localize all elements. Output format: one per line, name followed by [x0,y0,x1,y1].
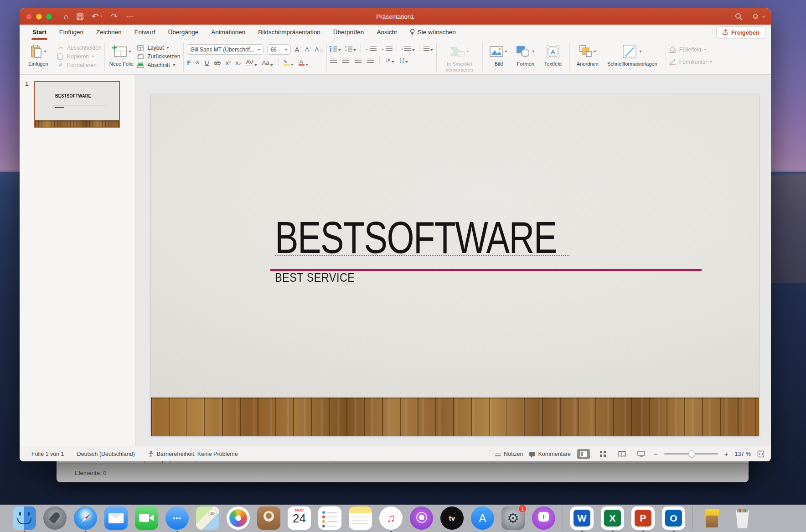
dock-apple-tv[interactable]: tv [440,506,464,530]
dock-excel[interactable]: X [601,506,624,530]
share-button[interactable]: Freigeben [716,26,765,38]
superscript-button[interactable]: x² [226,59,231,66]
picture-button[interactable]: Bild [486,42,512,67]
align-text-button[interactable]: [↕] [400,57,408,63]
dock-launchpad[interactable] [43,506,67,530]
tab-uebergaenge[interactable]: Übergänge [161,25,205,40]
dock-maps[interactable]: 3D [196,506,219,530]
textbox-button[interactable]: A Textfeld [540,42,566,67]
dock-facetime[interactable] [135,506,158,530]
columns-button[interactable] [424,46,433,51]
dock-messages[interactable]: ••• [165,506,189,530]
save-icon[interactable] [77,13,83,20]
more-commands-icon[interactable]: ⋯ [126,13,133,20]
line-spacing-button[interactable]: ↕ [401,46,415,51]
decrease-font-size-button[interactable]: Aˇ [305,46,311,53]
layout-button[interactable]: Layout [137,45,180,51]
dock-notes[interactable] [349,506,372,530]
zoom-out-button[interactable]: − [654,450,658,458]
dock-photos[interactable] [227,506,250,530]
dock-contacts[interactable] [257,506,280,530]
tab-einfuegen[interactable]: Einfügen [53,25,90,40]
dock-podcasts[interactable] [410,506,433,530]
zoom-in-button[interactable]: + [724,450,728,458]
arrange-button[interactable]: Anordnen [573,42,602,67]
reading-view-button[interactable] [615,449,628,459]
dock-app-store[interactable]: A [471,506,494,530]
cut-button[interactable]: ✂ Ausschneiden [57,45,101,51]
dock-calendar[interactable]: NOV 24 [288,506,311,530]
font-color-button[interactable]: A [299,60,308,66]
tab-bildschirmpraesentation[interactable]: Bildschirmpräsentation [252,25,327,40]
shape-outline-button[interactable]: Formkontur [669,58,713,65]
shapes-button[interactable]: Formen [512,42,540,67]
slide-thumbnail[interactable]: BESTSOFTWARE [34,81,120,128]
redo-button[interactable]: ↷ [111,12,118,21]
font-name-select[interactable]: Gill Sans MT (Überschrif... [187,44,264,55]
tab-zeichnen[interactable]: Zeichnen [90,25,128,40]
dock-trash[interactable] [731,506,754,530]
fit-to-window-button[interactable] [757,450,765,458]
zoom-level[interactable]: 137 % [735,451,751,457]
character-spacing-button[interactable]: AV [246,59,257,66]
change-case-button[interactable]: Aa [262,59,273,66]
close-button[interactable] [26,14,32,20]
reset-button[interactable]: Zurücksetzen [137,53,180,60]
dock-finder[interactable] [13,506,36,530]
shape-fill-button[interactable]: Fülleffekt [669,46,713,53]
new-slide-button[interactable]: Neue Folie [108,42,134,68]
comments-toggle[interactable]: Kommentare [529,451,571,457]
increase-font-size-button[interactable]: Aˆ [294,46,301,53]
align-center-button[interactable] [342,58,349,63]
normal-view-button[interactable] [577,449,590,459]
tab-ueberpruefen[interactable]: Überprüfen [327,25,371,40]
tab-ansicht[interactable]: Ansicht [370,25,403,40]
decrease-indent-button[interactable]: ← [365,46,377,51]
slideshow-button[interactable] [635,449,647,459]
align-left-button[interactable] [330,58,337,63]
dock-mail[interactable] [104,506,128,530]
dock-safari[interactable] [74,506,97,530]
bold-button[interactable]: F [187,59,191,66]
format-painter-button[interactable]: ✐ Formatieren [57,62,101,68]
underline-button[interactable]: U [205,59,209,66]
align-right-button[interactable] [355,58,362,63]
tab-start[interactable]: Start [26,25,53,40]
tab-sie-wuenschen[interactable]: Sie wünschen [403,25,462,40]
dock-word[interactable]: W [570,506,594,530]
account-menu[interactable]: ☺ ▾ [752,12,765,21]
notes-toggle[interactable]: Notizen [495,451,523,457]
justify-button[interactable] [367,58,374,63]
strikethrough-button[interactable]: ab [214,59,220,66]
dock-feedback-assistant[interactable]: ! [532,506,555,530]
zoom-slider[interactable] [664,453,718,455]
slide-canvas[interactable]: BESTSOFTWARE BEST SERVICE [151,94,759,436]
zoom-slider-knob[interactable] [688,450,695,457]
search-icon[interactable] [735,13,743,21]
language-selector[interactable]: Deutsch (Deutschland) [77,451,135,457]
dock-powerpoint[interactable]: P [631,506,655,530]
paste-button[interactable]: Einfügen [24,42,52,68]
text-direction-button[interactable]: ↓A [385,58,394,63]
tab-entwurf[interactable]: Entwurf [128,25,162,40]
slide-sorter-view-button[interactable] [596,449,609,459]
increase-indent-button[interactable]: → [381,46,393,51]
convert-smartart-button[interactable]: In SmartArt konvertieren [440,42,479,72]
dock-outlook[interactable]: O [662,506,685,530]
undo-button[interactable]: ↶∨ [92,12,103,21]
slide-title-text[interactable]: BESTSOFTWARE [275,214,557,261]
subscript-button[interactable]: x₂ [236,59,241,66]
copy-button[interactable]: Kopieren [57,53,101,60]
slide-subtitle-text[interactable]: BEST SERVICE [275,270,355,285]
bullets-button[interactable] [330,46,341,51]
tab-animationen[interactable]: Animationen [205,25,252,40]
section-button[interactable]: Abschnitt [137,62,180,68]
dock-reminders[interactable] [318,506,341,530]
dock-system-preferences[interactable]: ⚙ 1 [501,506,525,530]
dock-installer[interactable] [700,506,723,530]
zoom-button[interactable] [46,14,52,20]
numbering-button[interactable]: 12 [345,46,356,51]
highlight-color-button[interactable]: ✎ [284,60,294,66]
accessibility-status[interactable]: Barrierefreiheit: Keine Probleme [148,451,238,457]
slide-counter[interactable]: Folie 1 von 1 [31,451,64,457]
